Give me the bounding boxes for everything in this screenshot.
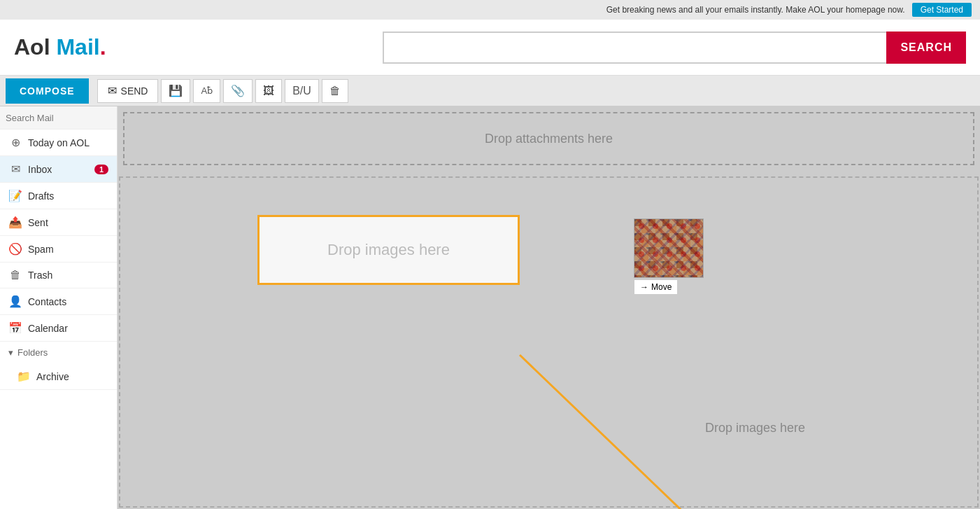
sidebar-calendar-label: Calendar	[28, 323, 108, 334]
sidebar-spam-label: Spam	[28, 244, 108, 255]
sidebar-archive-label: Archive	[36, 371, 108, 382]
svg-rect-6	[634, 219, 704, 278]
get-started-button[interactable]: Get Started	[912, 3, 972, 17]
sidebar-drafts-label: Drafts	[28, 190, 108, 202]
archive-icon: 📁	[17, 370, 31, 383]
sidebar: 🔍 ⊕ Today on AOL ✉ Inbox 1 📝 Drafts 📤 Se…	[0, 106, 118, 509]
drafts-icon: 📝	[8, 189, 22, 202]
drop-images-bottom-label: Drop images here	[705, 421, 805, 435]
sidebar-item-label: Today on AOL	[28, 137, 108, 148]
sidebar-item-calendar[interactable]: 📅 Calendar	[0, 315, 117, 342]
inbox-badge: 1	[94, 165, 108, 174]
contacts-icon: 👤	[8, 295, 22, 308]
sidebar-item-drafts[interactable]: 📝 Drafts	[0, 183, 117, 209]
sidebar-item-archive[interactable]: 📁 Archive	[0, 363, 117, 390]
spam-icon: 🚫	[8, 242, 22, 256]
save-button[interactable]: 💾	[161, 79, 190, 103]
move-label: Move	[651, 282, 672, 292]
search-bar: SEARCH	[383, 32, 966, 64]
drop-images-box-text: Drop images here	[327, 241, 450, 259]
move-arrow-icon: →	[640, 282, 648, 292]
svg-rect-7	[634, 219, 704, 278]
content-area: Drop attachments here Drop images here	[118, 106, 980, 509]
delete-button[interactable]: 🗑	[322, 79, 348, 103]
drop-attachments-text: Drop attachments here	[485, 132, 613, 146]
compose-button[interactable]: COMPOSE	[6, 78, 89, 104]
sent-icon: 📤	[8, 216, 22, 229]
move-button[interactable]: → Move	[634, 279, 678, 295]
font-icon: Aƀ	[201, 85, 213, 96]
search-mail-container: 🔍	[0, 106, 117, 130]
search-mail-input[interactable]	[6, 113, 118, 123]
attach-icon: 📎	[231, 84, 245, 97]
toolbar: COMPOSE ✉ SEND 💾 Aƀ 📎 🖼 B/U 🗑	[0, 76, 980, 106]
format-button[interactable]: B/U	[285, 79, 319, 103]
sidebar-item-contacts[interactable]: 👤 Contacts	[0, 288, 117, 315]
today-aol-icon: ⊕	[8, 136, 22, 149]
thumbnail-container: → Move	[634, 218, 704, 295]
sidebar-item-trash[interactable]: 🗑 Trash	[0, 263, 117, 288]
font-button[interactable]: Aƀ	[193, 79, 220, 103]
folders-label: Folders	[17, 347, 48, 358]
main-layout: 🔍 ⊕ Today on AOL ✉ Inbox 1 📝 Drafts 📤 Se…	[0, 106, 980, 509]
banner-text: Get breaking news and all your emails in…	[606, 5, 905, 15]
logo-dot: .	[100, 34, 106, 60]
logo-aol: Aol	[14, 34, 50, 60]
header: Aol Mail. SEARCH	[0, 20, 980, 76]
sidebar-inbox-label: Inbox	[28, 164, 89, 175]
inbox-icon: ✉	[8, 162, 22, 176]
delete-icon: 🗑	[329, 85, 341, 97]
thumbnail-image	[634, 218, 704, 278]
logo: Aol Mail.	[14, 34, 106, 60]
drop-images-label-text: Drop images here	[705, 421, 805, 435]
sidebar-item-today-aol[interactable]: ⊕ Today on AOL	[0, 130, 117, 156]
sidebar-item-inbox[interactable]: ✉ Inbox 1	[0, 156, 117, 183]
calendar-icon: 📅	[8, 321, 22, 335]
image-icon: 🖼	[263, 85, 274, 97]
logo-mail: Mail	[56, 34, 99, 60]
sidebar-sent-label: Sent	[28, 217, 108, 228]
send-label: SEND	[121, 85, 148, 97]
send-icon: ✉	[108, 84, 117, 97]
sidebar-contacts-label: Contacts	[28, 296, 108, 307]
drop-images-box[interactable]: Drop images here	[257, 215, 520, 285]
content-dashed-border	[119, 176, 979, 508]
format-icon: B/U	[292, 85, 311, 97]
attach-button[interactable]: 📎	[223, 79, 253, 103]
drop-attachments-zone[interactable]: Drop attachments here	[123, 112, 974, 165]
save-icon: 💾	[169, 84, 183, 97]
trash-icon: 🗑	[8, 269, 22, 281]
folders-chevron-icon: ▾	[8, 347, 13, 358]
image-button[interactable]: 🖼	[255, 79, 282, 103]
thumbnail-svg	[634, 219, 704, 278]
search-button[interactable]: SEARCH	[886, 32, 966, 64]
sidebar-item-sent[interactable]: 📤 Sent	[0, 209, 117, 236]
top-banner: Get breaking news and all your emails in…	[0, 0, 980, 20]
sidebar-folders-section[interactable]: ▾ Folders	[0, 342, 117, 363]
sidebar-item-spam[interactable]: 🚫 Spam	[0, 236, 117, 263]
search-input[interactable]	[383, 32, 886, 64]
sidebar-trash-label: Trash	[28, 270, 108, 281]
send-button[interactable]: ✉ SEND	[97, 79, 159, 103]
